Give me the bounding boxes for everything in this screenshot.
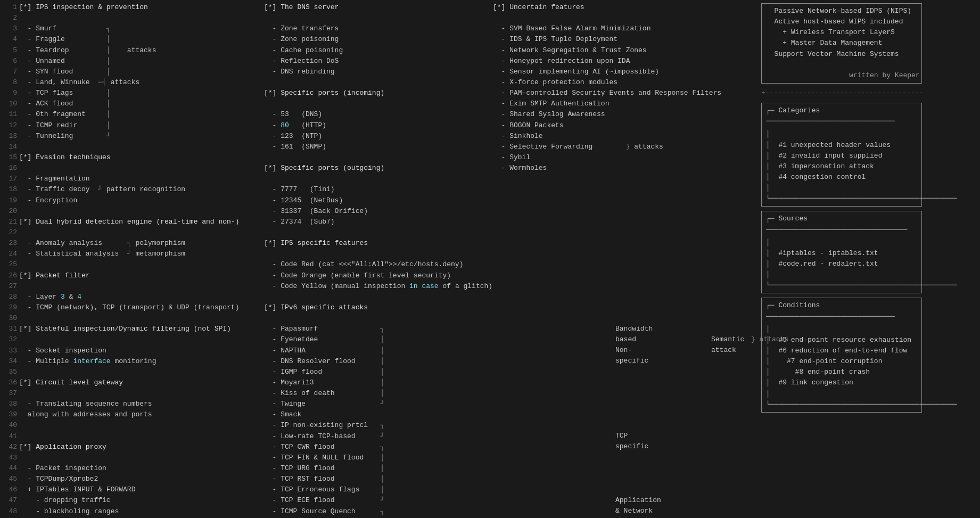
- non-specific-label: Non- specific: [615, 345, 648, 366]
- col2-text: [*] The DNS server - Zone transfers - Zo…: [264, 2, 493, 518]
- conditions-text: │ │ #5 end-point resource exhaustion │ #…: [766, 324, 917, 410]
- col1-text: [*] IPS inspection & prevention - Smurf …: [19, 2, 264, 518]
- main-content: [*] IPS inspection & prevention - Smurf …: [19, 2, 980, 518]
- bandwidth-label: Bandwidth based: [615, 324, 653, 345]
- dash-separator: +---------------------------------------…: [761, 88, 922, 98]
- categories-box: ┌─ Categories ──────────────────────────…: [761, 103, 922, 207]
- conditions-title: ┌─ Conditions ──────────────────────────…: [766, 300, 917, 322]
- right-panel: Passive Network-based IDPS (NIPS) Active…: [759, 2, 924, 518]
- col3: [*] Uncertain features - SVM Based False…: [493, 2, 706, 518]
- tcp-specific-label: TCP specific: [615, 431, 648, 452]
- app-network-label: Application & Network Layer: [615, 495, 661, 518]
- semantic-attack-label: Semantic attack: [711, 334, 744, 356]
- col2: [*] The DNS server - Zone transfers - Zo…: [264, 2, 493, 518]
- categories-title: ┌─ Categories ──────────────────────────…: [766, 105, 917, 127]
- sources-text: │ │ #iptables - iptables.txt │ #code.red…: [766, 237, 917, 291]
- col3-text: [*] Uncertain features - SVM Based False…: [493, 2, 706, 217]
- page: 12345 678910 1112131415 1617181920 21222…: [0, 0, 980, 518]
- attacks-brace: } attacks: [751, 334, 788, 345]
- sources-box: ┌─ Sources ─────────────────────────────…: [761, 211, 922, 293]
- semantic-col: Semantic attack } attacks: [706, 2, 759, 518]
- nips-text: Passive Network-based IDPS (NIPS) Active…: [766, 6, 917, 81]
- categories-text: │ │ #1 unexpected header values │ #2 inv…: [766, 129, 917, 204]
- col1: [*] IPS inspection & prevention - Smurf …: [19, 2, 264, 518]
- nips-box: Passive Network-based IDPS (NIPS) Active…: [761, 3, 922, 84]
- conditions-box: ┌─ Conditions ──────────────────────────…: [761, 298, 922, 412]
- sources-title: ┌─ Sources ─────────────────────────────…: [766, 213, 917, 235]
- line-numbers: 12345 678910 1112131415 1617181920 21222…: [0, 2, 19, 518]
